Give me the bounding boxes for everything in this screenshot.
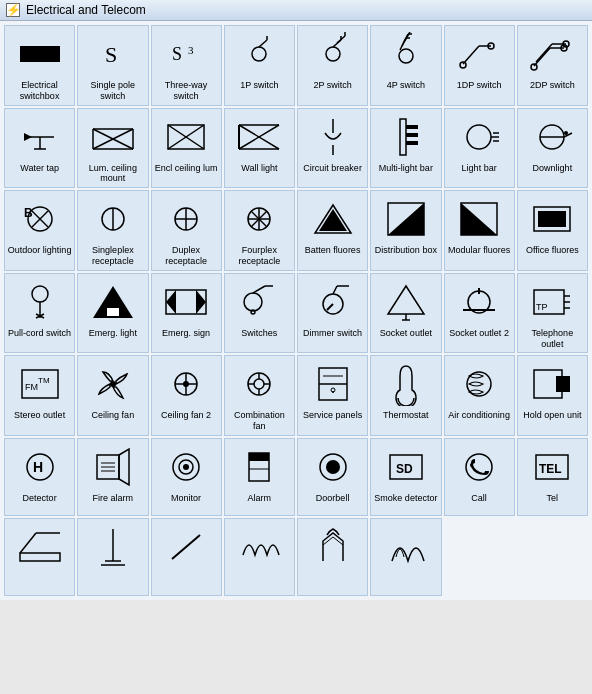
svg-rect-142 <box>249 453 269 461</box>
cell-emerg-sign[interactable]: Emerg. sign <box>151 273 222 354</box>
cell-pull-cord-switch[interactable]: Pull-cord switch <box>4 273 75 354</box>
svg-point-59 <box>564 131 568 135</box>
cell-switches[interactable]: Switches <box>224 273 295 354</box>
cell-multi-light-bar[interactable]: Multi-light bar <box>370 108 441 189</box>
cell-lum-ceiling-mount[interactable]: Lum. ceiling mount <box>77 108 148 189</box>
svg-marker-77 <box>388 203 424 235</box>
cell-electrical-switchbox[interactable]: Electrical switchbox <box>4 25 75 106</box>
cell-monitor[interactable]: Monitor <box>151 438 222 516</box>
cell-1dp-switch[interactable]: 1DP switch <box>444 25 515 106</box>
cell-misc5[interactable] <box>297 518 368 596</box>
svg-marker-79 <box>461 203 497 235</box>
cell-tel[interactable]: TEL Tel <box>517 438 588 516</box>
svg-text:TM: TM <box>38 376 50 385</box>
svg-point-113 <box>110 381 116 387</box>
cell-wall-light[interactable]: Wall light <box>224 108 295 189</box>
cell-batten-fluores[interactable]: Batten fluores <box>297 190 368 271</box>
cell-service-panels[interactable]: Service panels <box>297 355 368 436</box>
symbol-grid: Electrical switchbox S Single pole switc… <box>0 21 592 600</box>
svg-line-152 <box>20 533 36 553</box>
titlebar-title: Electrical and Telecom <box>26 3 146 17</box>
svg-point-148 <box>466 454 492 480</box>
cell-encl-ceiling-lum[interactable]: Encl ceiling lum <box>151 108 222 189</box>
svg-line-96 <box>333 286 337 294</box>
svg-line-5 <box>259 40 267 47</box>
cell-air-conditioning[interactable]: Air conditioning <box>444 355 515 436</box>
cell-doorbell[interactable]: Doorbell <box>297 438 368 516</box>
cell-misc6[interactable] <box>370 518 441 596</box>
svg-rect-48 <box>400 119 406 155</box>
cell-fourplex-receptacle[interactable]: Fourplex receptacle <box>224 190 295 271</box>
svg-rect-131 <box>556 376 570 392</box>
cell-three-way-switch[interactable]: S 3 Three-way switch <box>151 25 222 106</box>
cell-1p-switch[interactable]: 1P switch <box>224 25 295 106</box>
svg-marker-99 <box>388 286 424 314</box>
svg-line-98 <box>327 304 333 310</box>
cell-light-bar[interactable]: Light bar <box>444 108 515 189</box>
cell-call[interactable]: Call <box>444 438 515 516</box>
svg-point-82 <box>32 286 48 302</box>
cell-modular-fluores[interactable]: Modular fluores <box>444 190 515 271</box>
svg-rect-151 <box>20 553 60 561</box>
svg-rect-81 <box>538 211 566 227</box>
cell-downlight[interactable]: Downlight <box>517 108 588 189</box>
cell-4p-switch[interactable]: 4P switch <box>370 25 441 106</box>
svg-line-22 <box>534 48 550 66</box>
cell-water-tap[interactable]: Water tap <box>4 108 75 189</box>
svg-point-12 <box>399 49 413 63</box>
cell-fire-alarm[interactable]: Fire alarm <box>77 438 148 516</box>
cell-2p-switch[interactable]: 2P switch <box>297 25 368 106</box>
cell-office-fluores[interactable]: Office fluores <box>517 190 588 271</box>
cell-ceiling-fan[interactable]: Ceiling fan <box>77 355 148 436</box>
cell-hold-open-unit[interactable]: Hold open unit <box>517 355 588 436</box>
cell-smoke-detector[interactable]: SD Smoke detector <box>370 438 441 516</box>
cell-singleplex-receptacle[interactable]: Singleplex receptacle <box>77 190 148 271</box>
cell-telephone-outlet[interactable]: TP Telephone outlet <box>517 273 588 354</box>
cell-alarm[interactable]: Alarm <box>224 438 295 516</box>
svg-line-17 <box>404 32 410 42</box>
svg-point-52 <box>467 125 491 149</box>
titlebar-icon: ⚡ <box>6 3 20 17</box>
cell-emerg-light[interactable]: Emerg. light <box>77 273 148 354</box>
cell-thermostat[interactable]: Thermostat <box>370 355 441 436</box>
cell-dimmer-switch[interactable]: Dimmer switch <box>297 273 368 354</box>
svg-line-18 <box>463 46 479 64</box>
svg-point-4 <box>252 47 266 61</box>
cell-single-pole-switch[interactable]: S Single pole switch <box>77 25 148 106</box>
svg-point-94 <box>251 310 255 314</box>
titlebar: ⚡ Electrical and Telecom <box>0 0 592 21</box>
svg-text:S: S <box>172 44 182 64</box>
svg-marker-89 <box>166 290 176 314</box>
svg-rect-87 <box>107 308 119 316</box>
cell-ceiling-fan-2[interactable]: Ceiling fan 2 <box>151 355 222 436</box>
cell-outdoor-lighting[interactable]: B Outdoor lighting <box>4 190 75 271</box>
svg-marker-90 <box>196 290 206 314</box>
cell-circuit-breaker[interactable]: Circuit breaker <box>297 108 368 189</box>
svg-line-157 <box>172 535 200 559</box>
svg-text:H: H <box>33 459 43 475</box>
svg-text:SD: SD <box>396 462 413 476</box>
svg-rect-49 <box>406 125 418 129</box>
cell-combination-fan[interactable]: Combination fan <box>224 355 295 436</box>
cell-detector[interactable]: H Detector <box>4 438 75 516</box>
cell-misc3[interactable] <box>151 518 222 596</box>
svg-point-145 <box>326 460 340 474</box>
cell-misc7 <box>444 518 515 596</box>
svg-rect-0 <box>20 46 60 62</box>
cell-2dp-switch[interactable]: 2DP switch <box>517 25 588 106</box>
svg-point-128 <box>332 391 334 393</box>
cell-stereo-outlet[interactable]: FM TM Stereo outlet <box>4 355 75 436</box>
cell-misc1[interactable] <box>4 518 75 596</box>
svg-text:3: 3 <box>188 44 194 56</box>
cell-socket-outlet-2[interactable]: Socket outlet 2 <box>444 273 515 354</box>
cell-duplex-receptacle[interactable]: Duplex receptacle <box>151 190 222 271</box>
svg-line-26 <box>536 44 552 62</box>
svg-rect-51 <box>406 141 418 145</box>
cell-misc4[interactable] <box>224 518 295 596</box>
svg-point-91 <box>244 293 262 311</box>
cell-distribution-box[interactable]: Distribution box <box>370 190 441 271</box>
cell-misc2[interactable] <box>77 518 148 596</box>
svg-text:S: S <box>105 42 117 67</box>
svg-text:TEL: TEL <box>539 462 562 476</box>
cell-socket-outlet[interactable]: Socket outlet <box>370 273 441 354</box>
